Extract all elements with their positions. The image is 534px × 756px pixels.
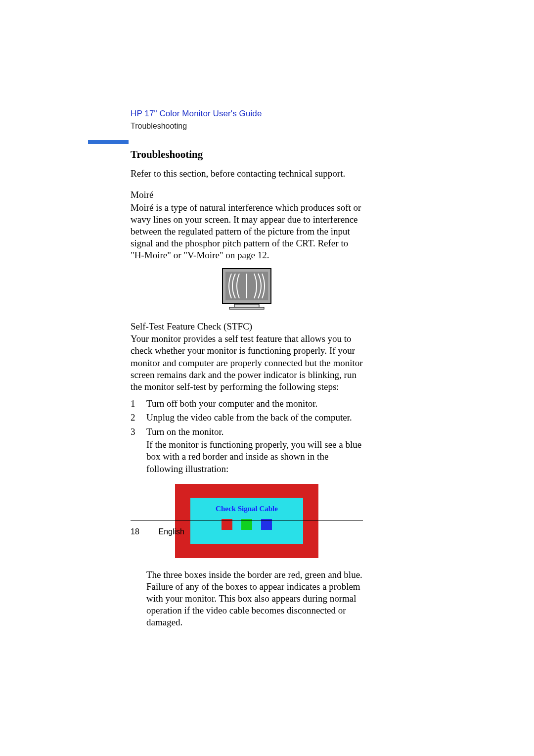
step-subtext: If the monitor is functioning properly, … [146, 439, 363, 475]
stfc-after: The three boxes inside the border are re… [146, 569, 363, 629]
moire-illustration [220, 267, 274, 311]
section-title: Troubleshooting [131, 148, 363, 161]
stfc-heading: Self-Test Feature Check (STFC) [131, 321, 363, 332]
section-intro: Refer to this section, before contacting… [131, 168, 363, 180]
step-text: Turn on the monitor. If the monitor is f… [146, 426, 363, 475]
step-2: 2 Unplug the video cable from the back o… [131, 412, 363, 424]
page-header: HP 17" Color Monitor User's Guide Troubl… [131, 109, 363, 131]
step-text: Unplug the video cable from the back of … [146, 412, 363, 424]
page-number: 18 [131, 527, 156, 536]
moire-body: Moiré is a type of natural interference … [131, 202, 363, 262]
page: HP 17" Color Monitor User's Guide Troubl… [0, 0, 534, 756]
content-column: Troubleshooting Refer to this section, b… [131, 148, 363, 628]
stfc-body: Your monitor provides a self test featur… [131, 333, 363, 393]
footer-language: English [158, 527, 184, 536]
step-num: 3 [131, 426, 146, 475]
step-num: 2 [131, 412, 146, 424]
guide-title: HP 17" Color Monitor User's Guide [131, 109, 363, 119]
moire-heading: Moiré [131, 189, 363, 201]
breadcrumb: Troubleshooting [131, 122, 363, 131]
section-marker-bar [88, 140, 129, 144]
step-num: 1 [131, 398, 146, 410]
page-footer: 18 English [131, 527, 184, 536]
step-3: 3 Turn on the monitor. If the monitor is… [131, 426, 363, 475]
footer-rule [131, 520, 363, 521]
stfc-steps: 1 Turn off both your computer and the mo… [131, 398, 363, 475]
svg-rect-3 [229, 307, 264, 309]
step-text: Turn off both your computer and the moni… [146, 398, 363, 410]
step-1: 1 Turn off both your computer and the mo… [131, 398, 363, 410]
svg-rect-2 [234, 304, 259, 307]
stfc-caption: Check Signal Cable [190, 505, 303, 513]
